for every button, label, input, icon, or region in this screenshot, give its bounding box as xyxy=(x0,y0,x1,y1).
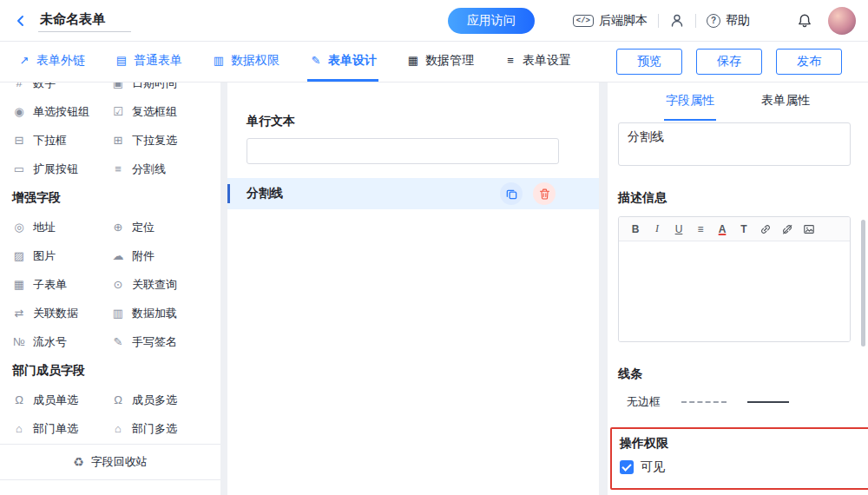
field-palette-scroll[interactable]: # 数字 ▣ 日期时间 ◉ 单选按钮组 ☑ 复选框组 ⊟ 下拉框 xyxy=(0,82,220,444)
field-item-radio-group[interactable]: ◉ 单选按钮组 xyxy=(12,97,111,126)
field-item-checkbox-group[interactable]: ☑ 复选框组 xyxy=(111,97,220,126)
field-item-data-load[interactable]: ▥ 数据加载 xyxy=(111,299,220,327)
copy-field-button[interactable] xyxy=(500,182,523,205)
line-option-solid[interactable] xyxy=(747,401,789,403)
save-button[interactable]: 保存 xyxy=(696,49,762,75)
bell-icon[interactable] xyxy=(797,13,812,28)
form-canvas[interactable]: 单行文本 分割线 xyxy=(227,82,599,495)
bold-icon[interactable]: B xyxy=(626,220,645,239)
backend-script-button[interactable]: </> 后端脚本 xyxy=(573,13,648,29)
align-icon[interactable]: ≡ xyxy=(691,220,710,239)
field-item-member-multi[interactable]: Ω 成员多选 xyxy=(111,386,220,414)
field-item-datetime[interactable]: ▣ 日期时间 xyxy=(111,82,220,97)
app-access-button[interactable]: 应用访问 xyxy=(448,8,535,34)
field-item-label: 图片 xyxy=(33,248,56,264)
link-icon[interactable] xyxy=(756,220,775,239)
divider-field-selected[interactable]: 分割线 xyxy=(227,178,599,209)
field-item-address[interactable]: ◎ 地址 xyxy=(12,213,111,241)
properties-panel: 字段属性 表单属性 分割线 描述信息 B I U ≡ A T xyxy=(608,82,868,495)
help-button[interactable]: ? 帮助 xyxy=(707,13,750,29)
form-title[interactable]: 未命名表单 xyxy=(38,10,131,32)
field-item-label: 下拉框 xyxy=(33,133,67,148)
line-option-dashed[interactable] xyxy=(681,401,727,403)
panel-scrollbar-thumb[interactable] xyxy=(861,220,865,346)
field-item-signature[interactable]: ✎ 手写签名 xyxy=(111,327,220,356)
avatar[interactable] xyxy=(828,7,856,35)
tab-label: 表单设计 xyxy=(328,53,377,69)
dept-multi-icon: ⌂ xyxy=(111,422,125,435)
field-item-serial-number[interactable]: № 流水号 xyxy=(12,327,111,356)
tab-field-properties[interactable]: 字段属性 xyxy=(664,82,716,121)
related-query-icon: ⊙ xyxy=(111,278,125,291)
serial-number-icon: № xyxy=(12,335,26,348)
document-icon: ▤ xyxy=(115,54,128,67)
field-item-dropdown[interactable]: ⊟ 下拉框 xyxy=(12,126,111,155)
field-item-dropdown-multi[interactable]: ⊞ 下拉复选 xyxy=(111,126,220,155)
font-color-icon[interactable]: A xyxy=(713,220,732,239)
backend-script-label: 后端脚本 xyxy=(599,13,648,29)
line-style-options: 无边框 xyxy=(618,394,851,410)
tab-form-design[interactable]: ✎ 表单设计 xyxy=(307,42,378,82)
tab-label: 普通表单 xyxy=(134,53,182,69)
field-title-input[interactable]: 分割线 xyxy=(618,122,851,166)
properties-body: 分割线 描述信息 B I U ≡ A T xyxy=(608,121,868,495)
header: 未命名表单 应用访问 </> 后端脚本 ? 帮助 xyxy=(0,0,868,42)
field-item-related-data[interactable]: ⇄ 关联数据 xyxy=(12,299,111,327)
annotation-highlight: 操作权限 可见 xyxy=(610,427,868,490)
section-enhanced-fields: 增强字段 xyxy=(12,183,220,213)
image-icon: ▨ xyxy=(12,249,26,262)
field-item-label: 数据加载 xyxy=(132,306,177,321)
preview-button[interactable]: 预览 xyxy=(616,49,682,75)
toolbar: ↗ 表单外链 ▤ 普通表单 ▥ 数据权限 ✎ 表单设计 ▦ 数据管理 ≡ 表单设… xyxy=(0,42,868,82)
insert-image-icon[interactable] xyxy=(799,220,819,239)
text-field-input[interactable] xyxy=(247,138,559,164)
signature-icon: ✎ xyxy=(111,335,125,348)
operation-permission-label: 操作权限 xyxy=(620,436,868,452)
field-item-label: 下拉复选 xyxy=(132,133,177,148)
field-item-label: 关联数据 xyxy=(33,306,78,321)
tab-label: 表单外链 xyxy=(36,53,85,69)
field-item-label: 扩展按钮 xyxy=(33,162,78,177)
field-item-divider[interactable]: ≡ 分割线 xyxy=(111,155,220,183)
toolbar-actions: 预览 保存 发布 xyxy=(616,42,842,82)
header-right: </> 后端脚本 ? 帮助 xyxy=(573,7,856,35)
tab-form-external-link[interactable]: ↗ 表单外链 xyxy=(16,42,87,82)
field-item-related-query[interactable]: ⊙ 关联查询 xyxy=(111,270,220,299)
field-item-location[interactable]: ⊕ 定位 xyxy=(111,213,220,241)
tab-normal-form[interactable]: ▤ 普通表单 xyxy=(113,42,184,82)
font-size-icon[interactable]: T xyxy=(734,220,753,239)
field-item-dept-multi[interactable]: ⌂ 部门多选 xyxy=(111,414,220,443)
field-item-attachment[interactable]: ☁ 附件 xyxy=(111,241,220,270)
underline-icon[interactable]: U xyxy=(669,220,688,239)
field-item-extend-button[interactable]: ▭ 扩展按钮 xyxy=(12,155,111,183)
checkbox-checked-icon[interactable] xyxy=(620,460,634,474)
line-option-none[interactable]: 无边框 xyxy=(627,394,661,410)
italic-icon[interactable]: I xyxy=(648,220,667,239)
field-item-label: 数字 xyxy=(33,82,56,91)
text-field-block[interactable]: 单行文本 xyxy=(227,114,599,164)
unlink-icon[interactable] xyxy=(778,220,797,239)
visible-checkbox-row[interactable]: 可见 xyxy=(620,459,868,475)
field-item-member-single[interactable]: Ω 成员单选 xyxy=(12,386,111,414)
back-icon[interactable] xyxy=(14,14,28,28)
delete-field-button[interactable] xyxy=(533,182,556,205)
code-icon: </> xyxy=(573,15,594,27)
field-item-dept-single[interactable]: ⌂ 部门单选 xyxy=(12,414,111,443)
field-item-label: 日期时间 xyxy=(132,82,177,91)
field-recycle-bin[interactable]: ♻ 字段回收站 xyxy=(0,444,220,480)
field-item-subform[interactable]: ▦ 子表单 xyxy=(12,270,111,299)
field-item-number[interactable]: # 数字 xyxy=(12,82,111,97)
tab-data-management[interactable]: ▦ 数据管理 xyxy=(404,42,476,82)
panel-divider xyxy=(599,82,608,495)
tab-data-permission[interactable]: ▥ 数据权限 xyxy=(210,42,281,82)
field-item-image[interactable]: ▨ 图片 xyxy=(12,241,111,270)
dropdown-multi-icon: ⊞ xyxy=(111,134,125,147)
contacts-icon[interactable] xyxy=(669,13,685,28)
main-area: # 数字 ▣ 日期时间 ◉ 单选按钮组 ☑ 复选框组 ⊟ 下拉框 xyxy=(0,82,868,495)
tab-form-settings[interactable]: ≡ 表单设置 xyxy=(502,42,573,82)
tab-form-properties[interactable]: 表单属性 xyxy=(760,82,812,121)
publish-button[interactable]: 发布 xyxy=(776,49,842,75)
description-editarea[interactable] xyxy=(619,241,850,341)
field-palette: # 数字 ▣ 日期时间 ◉ 单选按钮组 ☑ 复选框组 ⊟ 下拉框 xyxy=(0,82,220,495)
tab-label: 数据权限 xyxy=(231,53,279,69)
